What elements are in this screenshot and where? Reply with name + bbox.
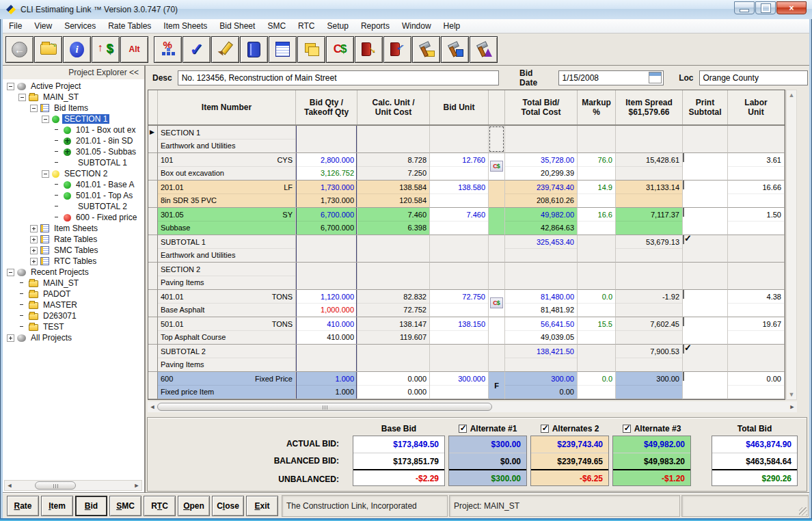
info-button[interactable] [63,36,91,63]
print-subtotal-checkbox[interactable] [683,153,684,162]
grid-vertical-scrollbar[interactable]: ▲ ▼ [786,90,797,400]
item-tools-button[interactable] [441,36,469,63]
tree-node-section-2[interactable]: SECTION 2 [3,168,144,179]
alternate-1-checkbox[interactable] [459,425,467,433]
bid-date-input[interactable]: 1/15/2008 [558,70,664,85]
rates-button[interactable] [92,36,120,63]
collapse-toggle-icon[interactable] [30,105,38,112]
grid-row-subtotal-2[interactable]: SUBTOTAL 2Paving Items 138,421.50 7,900.… [148,345,785,372]
alternates-button[interactable]: Alt [120,36,148,63]
currency-button[interactable]: C$ [326,36,354,63]
collapse-toggle-icon[interactable] [42,116,49,123]
smc-button[interactable]: SMC [109,496,141,516]
grid-row-101[interactable]: 101CYSBox out excavation 2,800.0003,126.… [148,153,785,181]
col-markup[interactable]: Markup % [578,90,616,124]
rate-tools-button[interactable] [412,36,440,63]
alternate-3-checkbox[interactable] [623,425,631,433]
menu-view[interactable]: View [28,20,58,32]
menu-bid-sheet[interactable]: Bid Sheet [213,20,261,32]
menu-help[interactable]: Help [437,20,467,32]
tree-node-600[interactable]: 600 - Fixed price [3,212,144,223]
tree-node-401-01[interactable]: 401.01 - Base A [3,179,144,190]
col-calc-unit[interactable]: Calc. Unit /Unit Cost [357,90,430,124]
expand-toggle-icon[interactable] [30,236,38,243]
col-print-subtotal[interactable]: PrintSubtotal [683,90,728,124]
alternates-2-checkbox[interactable] [541,425,549,433]
menu-rate-tables[interactable]: Rate Tables [102,20,157,32]
collapse-toggle-icon[interactable] [18,94,26,101]
tree-node-301-05[interactable]: 301.05 - Subbas [3,146,144,157]
scroll-right-icon[interactable]: ► [132,481,141,490]
scrollbar-thumb[interactable] [35,481,76,490]
menu-smc[interactable]: SMC [261,20,292,32]
back-button[interactable] [5,36,33,63]
print-subtotal-checkbox[interactable] [683,208,684,217]
menu-item-sheets[interactable]: Item Sheets [157,20,213,32]
col-bid-qty[interactable]: Bid Qty /Takeoff Qty [296,90,357,124]
cost-source-button[interactable]: C$ [490,161,503,172]
cost-source-button[interactable]: C$ [490,297,503,308]
rate-button[interactable]: Rate [7,496,39,516]
col-item-spread[interactable]: Item Spread$61,579.66 [616,90,683,124]
resize-grip-icon[interactable] [799,507,807,516]
validate-button[interactable] [182,36,211,63]
tree-node-test[interactable]: TEST [3,321,144,332]
grid-row-301-05[interactable]: 301.05SYSubbase 6,700.0006,700.000 7.460… [148,208,785,235]
tree-node-subtotal-2[interactable]: SUBTOTAL 2 [3,201,144,212]
menu-rtc[interactable]: RTC [292,20,321,32]
tree-node-recent-projects[interactable]: Recent Projects [3,267,144,278]
tree-node-recent-main-st[interactable]: MAIN_ST [3,278,144,289]
tree-node-rtc-tables[interactable]: RTC Tables [3,256,144,267]
collapse-toggle-icon[interactable] [7,269,14,276]
markup-button[interactable] [154,36,182,63]
col-total-bid[interactable]: Total Bid/Total Cost [505,90,578,124]
grid-horizontal-scrollbar[interactable]: ◄ ► [148,401,797,412]
tree-node-d263071[interactable]: D263071 [3,310,144,321]
menu-services[interactable]: Services [58,20,102,32]
tree-node-501-01[interactable]: 501.01 - Top As [3,190,144,201]
calendar-icon[interactable] [649,72,662,83]
tree-node-201-01[interactable]: 201.01 - 8in SD [3,135,144,146]
grid-row-201-01[interactable]: 201.01LF8in SDR 35 PVC 1,730.0001,730.00… [148,181,785,208]
bid-button[interactable]: Bid [75,496,107,516]
tree-node-item-sheets[interactable]: Item Sheets [3,223,144,234]
print-subtotal-checkbox[interactable] [683,181,684,189]
scroll-right-icon[interactable]: ► [787,402,797,412]
open-button[interactable]: Open [178,496,210,516]
collapse-toggle-icon[interactable] [42,170,49,178]
tree-node-101[interactable]: 101 - Box out ex [3,124,144,135]
grid-row-section-2[interactable]: SECTION 2Paving Items [148,263,785,290]
print-subtotal-checkbox[interactable] [683,290,684,299]
expand-toggle-icon[interactable] [30,225,38,232]
print-subtotal-checkbox[interactable] [683,235,684,244]
tree-node-active-project[interactable]: Active Project [3,81,144,92]
col-item-number[interactable]: Item Number [158,90,296,124]
bid-sheet-button[interactable] [269,36,297,63]
print-subtotal-checkbox[interactable] [683,345,684,353]
exit-button[interactable]: Exit [246,496,278,516]
rtc-button[interactable]: RTC [144,496,176,516]
expand-toggle-icon[interactable] [30,258,38,265]
scroll-left-icon[interactable]: ◄ [148,402,157,412]
grid-row-600[interactable]: 600Fixed PriceFixed price Item 1.0001.00… [148,372,785,399]
tree-node-main-st[interactable]: MAIN_ST [3,92,144,103]
tree-node-subtotal-1[interactable]: SUBTOTAL 1 [3,157,144,168]
scrollbar-thumb[interactable] [157,403,492,411]
scroll-up-icon[interactable]: ▲ [787,92,796,98]
menu-reports[interactable]: Reports [355,20,396,32]
tree-node-all-projects[interactable]: All Projects [3,332,144,343]
tree-node-padot[interactable]: PADOT [3,289,144,299]
print-subtotal-checkbox[interactable] [683,317,684,326]
expand-toggle-icon[interactable] [7,334,14,342]
grid-row-401-01[interactable]: 401.01TONSBase Asphalt 1,120.0001,000.00… [148,290,785,317]
grid-row-subtotal-1[interactable]: SUBTOTAL 1Earthwork and Utilities 325,45… [148,235,785,263]
col-bid-unit[interactable]: Bid Unit [430,90,489,124]
col-labor-unit[interactable]: LaborUnit [728,90,785,124]
loc-input[interactable]: Orange County [699,70,808,85]
project-explorer-header[interactable]: Project Explorer << [3,66,144,79]
minimize-button[interactable] [734,1,755,14]
item-button[interactable]: Item [41,496,73,516]
collapse-toggle-icon[interactable] [7,83,14,90]
wizard-tools-button[interactable] [470,36,498,63]
tree-node-bid-items[interactable]: Bid Items [3,103,144,113]
